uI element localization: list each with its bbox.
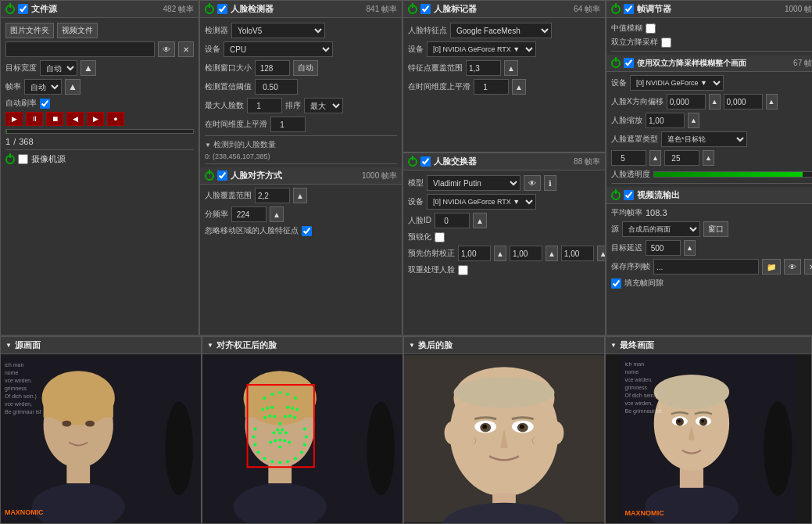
fill-gap-row: 填充帧间隙 — [611, 278, 812, 289]
device-select-swapper[interactable]: [0] NVIDIA GeForce RTX ▼ — [427, 194, 536, 210]
record-btn[interactable]: ● — [107, 112, 124, 126]
target-width-row: 目标宽度 自动 ▲ — [5, 60, 194, 76]
model-select[interactable]: Vladimir Putin — [427, 175, 520, 191]
svg-point-47 — [281, 429, 284, 432]
svg-text:nome: nome — [625, 369, 639, 375]
cam-enable-check[interactable] — [18, 154, 28, 164]
face-swapper-enable-check[interactable] — [420, 156, 431, 167]
mask-type-select[interactable]: 遮色*目标轮 — [661, 131, 747, 147]
x-offset-input[interactable] — [667, 94, 706, 109]
smooth-input-marker[interactable] — [474, 79, 509, 95]
opacity-slider[interactable] — [653, 171, 812, 178]
close-btn-file[interactable]: ✕ — [178, 41, 194, 57]
subsample-input[interactable] — [231, 206, 266, 222]
cover-range-input[interactable] — [255, 188, 290, 203]
target-width-select[interactable]: 自动 — [40, 60, 77, 76]
subsample-up[interactable]: ▲ — [270, 206, 284, 222]
face-detect-enable-check[interactable] — [217, 4, 227, 14]
x-blur-up[interactable]: ▲ — [649, 150, 661, 166]
power-icon-detect[interactable] — [205, 5, 214, 14]
save-eye-btn[interactable]: 👁 — [784, 259, 801, 275]
filepath-input[interactable]: \DeepFaceLive\twitch1.mp4 — [5, 41, 155, 57]
info-btn-model[interactable]: ℹ — [544, 175, 556, 191]
mask-type-label: 人脸遮罩类型 — [611, 134, 658, 145]
face-id-up[interactable]: ▲ — [473, 213, 487, 228]
power-icon-align[interactable] — [205, 171, 214, 181]
y-offset-input[interactable] — [724, 94, 763, 109]
stop-btn[interactable]: ⏹ — [46, 112, 63, 126]
play-btn[interactable]: ▶ — [5, 112, 23, 126]
power-icon-swapper[interactable] — [408, 157, 417, 167]
morph-up-1[interactable]: ▲ — [494, 246, 506, 261]
morph-input-1[interactable] — [458, 246, 491, 261]
device-select-marker[interactable]: [0] NVIDIA GeForce RTX ▼ — [427, 41, 536, 57]
smooth-input-detect[interactable] — [270, 117, 306, 132]
marker-range-input[interactable] — [466, 60, 501, 76]
presharpen-row: 预锐化 — [408, 231, 600, 242]
pause-btn[interactable]: ⏸ — [26, 112, 43, 126]
y-offset-up[interactable]: ▲ — [766, 94, 778, 109]
delay-up[interactable]: ▲ — [684, 240, 696, 256]
detector-select[interactable]: YoloV5 — [231, 23, 325, 38]
video-file-btn[interactable]: 视频文件 — [57, 23, 98, 38]
bilateral-filter-check[interactable] — [661, 38, 671, 48]
ignore-moving-check[interactable] — [302, 226, 312, 236]
stream-enable-check[interactable] — [624, 190, 634, 200]
morph-input-3[interactable] — [561, 246, 594, 261]
x-offset-up[interactable]: ▲ — [709, 94, 721, 109]
morph-up-2[interactable]: ▲ — [546, 246, 558, 261]
eye-btn-file[interactable]: 👁 — [158, 41, 175, 57]
align-enable-check[interactable] — [217, 170, 227, 181]
cover-range-up[interactable]: ▲ — [293, 188, 307, 203]
median-filter-check[interactable] — [646, 23, 656, 34]
scale-input[interactable] — [646, 113, 685, 128]
face-marker-enable-check[interactable] — [420, 4, 431, 14]
landmark-select[interactable]: Google FaceMesh — [450, 23, 552, 38]
morph-input-2[interactable] — [510, 246, 542, 261]
power-icon-bilateral[interactable] — [611, 59, 621, 68]
target-width-up[interactable]: ▲ — [80, 60, 96, 76]
y-blur-up[interactable]: ▲ — [703, 150, 714, 166]
scale-up[interactable]: ▲ — [688, 113, 699, 128]
bilateral-device-select[interactable]: [0] NVIDIA GeForce ▼ — [630, 75, 724, 91]
step-back-btn[interactable]: ◀ — [66, 112, 84, 126]
rate-up[interactable]: ▲ — [65, 79, 80, 95]
power-icon-file[interactable] — [5, 5, 15, 14]
morph-up-3[interactable]: ▲ — [597, 246, 605, 261]
power-icon-marker[interactable] — [408, 5, 417, 14]
sort-select[interactable]: 最大 — [304, 98, 343, 113]
max-faces-input[interactable] — [247, 98, 282, 113]
y-blur-input[interactable] — [664, 150, 699, 166]
face-id-input[interactable] — [435, 213, 470, 228]
presharpen-check[interactable] — [435, 232, 445, 242]
smooth-up-marker[interactable]: ▲ — [512, 79, 526, 95]
window-btn[interactable]: 窗口 — [703, 221, 728, 237]
x-blur-input[interactable] — [611, 150, 646, 166]
bilateral-enable-check[interactable] — [624, 58, 634, 68]
image-folder-btn[interactable]: 图片文件夹 — [5, 23, 54, 38]
marker-range-up[interactable]: ▲ — [504, 60, 518, 76]
eye-btn-model[interactable]: 👁 — [524, 175, 541, 191]
save-path-input[interactable] — [653, 259, 759, 275]
device-select-detect[interactable]: CPU — [224, 41, 333, 57]
power-icon-cam[interactable] — [5, 155, 15, 164]
svg-point-80 — [482, 425, 487, 429]
frame-adj-enable-check[interactable] — [624, 4, 634, 14]
save-close-btn[interactable]: ✕ — [804, 259, 812, 275]
delay-input[interactable] — [646, 240, 681, 256]
threshold-input[interactable] — [255, 79, 298, 95]
double-process-check[interactable] — [458, 265, 468, 275]
fill-gap-check[interactable] — [611, 278, 621, 289]
save-folder-btn[interactable]: 📁 — [762, 259, 781, 275]
step-fwd-btn[interactable]: ▶ — [87, 112, 104, 126]
svg-point-44 — [278, 422, 281, 425]
rate-select[interactable]: 自动 — [24, 79, 62, 95]
svg-point-62 — [278, 461, 281, 464]
auto-btn-window[interactable]: 自动 — [293, 60, 318, 76]
window-size-input[interactable] — [255, 60, 290, 76]
auto-reload-check[interactable] — [40, 99, 50, 109]
file-source-enable-check[interactable] — [18, 4, 28, 14]
power-icon-stream[interactable] — [611, 191, 621, 200]
power-icon-frame[interactable] — [611, 5, 621, 14]
source-select[interactable]: 合成后的画面 — [622, 221, 700, 237]
